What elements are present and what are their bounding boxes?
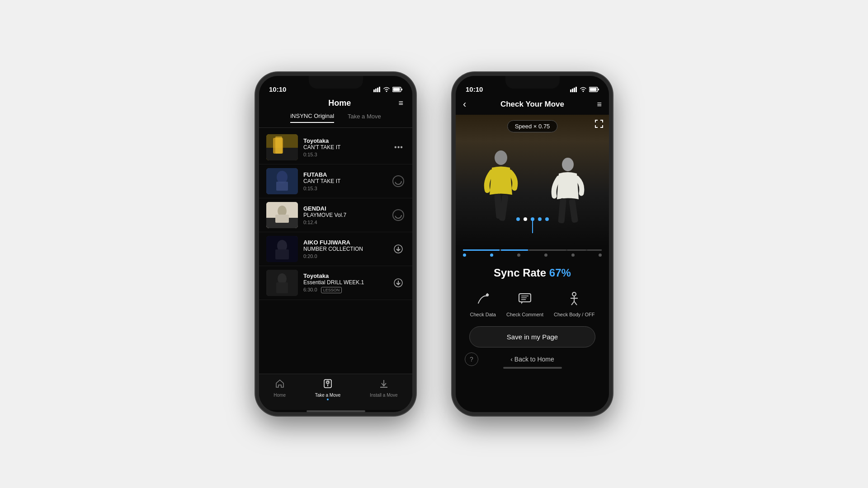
speed-badge[interactable]: Speed × 0.75	[507, 120, 558, 132]
svg-rect-37	[570, 89, 571, 92]
home-tabs: iNSYNC Original Take a Move	[259, 113, 412, 128]
save-button[interactable]: Save in my Page	[469, 326, 595, 347]
check-data-button[interactable]: Check Data	[470, 288, 496, 317]
video-thumb-1	[266, 134, 298, 160]
video-info-1: Toyotaka CAN'T TAKE IT 0:15.3	[303, 137, 387, 157]
video-info-3: GENDAI PLAYMOVE Vol.7 0:12.4	[303, 205, 387, 225]
video-info-5: Toyotaka Essential DRILL WEEK.1 6:30.0 L…	[303, 272, 387, 293]
svg-rect-19	[275, 215, 289, 223]
svg-rect-14	[276, 182, 288, 191]
back-home-label: Back to Home	[514, 356, 554, 363]
chapter-dot-5	[571, 253, 575, 257]
check-body-label: Check Body / OFF	[554, 312, 594, 317]
video-duration-3: 0:12.4	[303, 220, 387, 225]
video-list: Toyotaka CAN'T TAKE IT 0:15.3 •••	[259, 128, 412, 374]
video-item-3[interactable]: GENDAI PLAYMOVE Vol.7 0:12.4	[259, 198, 412, 232]
video-duration-4: 0:20.0	[303, 253, 387, 259]
svg-rect-11	[275, 136, 282, 154]
download-icon-4	[392, 243, 404, 255]
timeline-seg-3	[529, 249, 566, 251]
chapter-dot-3	[517, 253, 520, 257]
dancer-right-svg	[549, 156, 587, 233]
more-dots-icon-1: •••	[394, 143, 403, 151]
lesson-badge: LESSON	[321, 287, 342, 293]
video-item-2[interactable]: FUTABA CAN'T TAKE IT 0:15.3	[259, 164, 412, 198]
phone2-frame: 10:10 ‹ Check Your Move ≡	[452, 72, 613, 416]
sync-percent: 67%	[549, 267, 571, 279]
check-data-label: Check Data	[470, 312, 496, 317]
fullscreen-button[interactable]	[594, 119, 604, 131]
time-display-2: 10:10	[466, 85, 483, 93]
video-item-1[interactable]: Toyotaka CAN'T TAKE IT 0:15.3 •••	[259, 131, 412, 164]
hamburger-menu-2[interactable]: ≡	[597, 100, 602, 109]
help-button[interactable]: ?	[465, 352, 478, 366]
svg-rect-28	[276, 282, 288, 293]
hamburger-menu-1[interactable]: ≡	[398, 99, 403, 108]
timeline-bar[interactable]	[456, 246, 609, 258]
video-action-4[interactable]	[392, 243, 405, 255]
back-home-link[interactable]: ‹ Back to Home	[510, 356, 554, 363]
check-move-title: Check Your Move	[500, 100, 564, 109]
nav-active-dot	[327, 399, 329, 400]
check-comment-label: Check Comment	[506, 312, 543, 317]
svg-rect-6	[393, 88, 400, 91]
check-comment-button[interactable]: Check Comment	[506, 288, 543, 317]
video-artist-4: AIKO FUJIWARA	[303, 239, 387, 246]
chapter-dot-4	[544, 253, 547, 257]
check-body-icon	[564, 288, 585, 309]
svg-rect-23	[275, 249, 289, 259]
video-action-2[interactable]	[392, 175, 405, 187]
svg-point-32	[326, 381, 329, 384]
tab-insync-original[interactable]: iNSYNC Original	[290, 113, 334, 123]
svg-point-4	[386, 91, 387, 92]
timeline-chapter-dots	[463, 253, 602, 257]
check-body-button[interactable]: Check Body / OFF	[554, 288, 594, 317]
status-bar-1: 10:10	[259, 76, 412, 96]
nav-install-move[interactable]: Install a Move	[370, 379, 398, 398]
video-item-5[interactable]: Toyotaka Essential DRILL WEEK.1 6:30.0 L…	[259, 266, 412, 300]
timeline-seg-5	[587, 249, 602, 251]
phone2-content: 10:10 ‹ Check Your Move ≡	[456, 76, 609, 412]
timeline-seg-4	[567, 249, 585, 251]
svg-rect-2	[377, 88, 378, 92]
tab-take-a-move[interactable]: Take a Move	[348, 113, 381, 122]
back-home-chevron: ‹	[510, 356, 513, 363]
install-nav-icon	[379, 379, 389, 391]
home-bar-1	[307, 410, 365, 412]
back-button[interactable]: ‹	[463, 99, 466, 110]
video-duration-1: 0:15.3	[303, 152, 387, 157]
action-row: Check Data Check Comment	[456, 284, 609, 322]
svg-point-20	[395, 212, 401, 218]
skeleton-line	[532, 221, 533, 233]
battery-icon-1	[392, 87, 402, 93]
video-info-4: AIKO FUJIWARA NUMBER COLLECTION 0:20.0	[303, 239, 387, 259]
chapter-dot-6	[599, 253, 602, 257]
status-bar-2: 10:10	[456, 76, 609, 96]
video-artist-2: FUTABA	[303, 171, 387, 178]
svg-rect-38	[572, 89, 573, 92]
home-indicator-1	[259, 410, 412, 412]
video-artist-3: GENDAI	[303, 205, 387, 212]
wifi-icon-2	[580, 87, 587, 93]
svg-line-60	[571, 301, 574, 305]
sync-text: Sync Rate	[494, 267, 546, 279]
video-thumb-2	[266, 168, 298, 194]
wifi-icon-1	[383, 87, 390, 93]
nav-take-a-move[interactable]: Take a Move	[315, 379, 341, 400]
download-icon-5	[392, 277, 404, 289]
video-song-5: Essential DRILL WEEK.1	[303, 279, 387, 286]
nav-home[interactable]: Home	[274, 379, 286, 398]
save-section: Save in my Page	[456, 322, 609, 352]
svg-point-57	[572, 292, 576, 296]
video-action-1[interactable]: •••	[392, 143, 405, 151]
video-artist-1: Toyotaka	[303, 137, 387, 144]
video-action-3[interactable]	[392, 209, 405, 221]
video-item-4[interactable]: AIKO FUJIWARA NUMBER COLLECTION 0:20.0	[259, 232, 412, 266]
video-background	[456, 115, 609, 246]
svg-rect-0	[373, 89, 375, 92]
svg-point-48	[562, 158, 574, 171]
video-song-3: PLAYMOVE Vol.7	[303, 212, 387, 218]
help-icon: ?	[470, 356, 473, 363]
home-nav-icon	[275, 379, 285, 391]
video-action-5[interactable]	[392, 277, 405, 289]
